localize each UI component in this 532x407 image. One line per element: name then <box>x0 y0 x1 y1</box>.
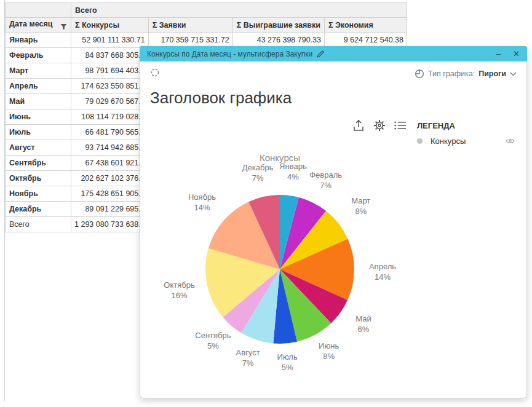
konkursy-value-cell: 108 114 719 028.9 <box>71 109 149 125</box>
konkursy-value-cell: 52 901 111 330.71 <box>71 33 149 48</box>
konkursy-value-cell: 89 091 229 695.9 <box>71 202 149 217</box>
pie-label-name: Май <box>355 314 371 323</box>
pie-label-name: Июнь <box>319 341 339 350</box>
minimize-icon[interactable]: – <box>496 46 501 61</box>
export-icon <box>353 119 364 132</box>
konkursy-value-cell: 79 029 670 567.2 <box>71 94 149 109</box>
legend-dot-icon <box>417 138 423 144</box>
chart-heading: Заголовок графика <box>150 89 292 108</box>
konkursy-value-cell: 202 627 102 376.3 <box>71 171 149 186</box>
month-cell: Всего <box>6 217 71 232</box>
pie-label-name: Январь <box>279 162 307 171</box>
table-top-header-row: Всего <box>6 3 407 18</box>
chart-type-selector[interactable]: Тип графика: Пироги <box>415 69 517 79</box>
corner-cell <box>6 3 71 18</box>
gear-icon <box>373 119 386 132</box>
pie-label-percent: 6% <box>358 325 370 334</box>
month-cell[interactable]: Июнь <box>6 109 71 125</box>
chart-toolbar <box>352 119 407 132</box>
dialog-body: Тип графика: Пироги Заголовок графика <box>140 61 527 398</box>
pie-label-percent: 16% <box>172 291 188 300</box>
chart-type-label: Тип графика: <box>428 69 475 78</box>
pie-label-percent: 7% <box>242 358 254 368</box>
pie-label-percent: 8% <box>323 352 335 361</box>
pie-label-percent: 5% <box>207 341 219 350</box>
chart-dialog: Конкурсы по Дата месяц - мультисфера Зак… <box>140 46 527 398</box>
dialog-titlebar[interactable]: Конкурсы по Дата месяц - мультисфера Зак… <box>140 46 527 61</box>
ekonomiya-value-cell: 9 624 712 540.38 <box>325 33 407 48</box>
app-window: Всего Дата месяц Σ Конкурсы Σ Заявки Σ В… <box>0 0 532 407</box>
chevron-down-icon <box>510 72 517 76</box>
month-cell[interactable]: Ноябрь <box>6 186 71 202</box>
pie-label-name: Октябрь <box>164 280 195 290</box>
pie-label-name: Сентябрь <box>195 331 231 340</box>
vsego-header-cell: Всего <box>71 3 407 18</box>
pie-chart-svg[interactable]: КонкурсыЯнварь4%Февраль7%Март8%Апрель14%… <box>145 148 422 393</box>
column-header-vyigravshie[interactable]: Σ Выигравшие заявки <box>232 18 324 33</box>
month-cell[interactable]: Октябрь <box>6 171 71 186</box>
edit-icon[interactable] <box>316 50 325 58</box>
dialog-title: Конкурсы по Дата месяц - мультисфера Зак… <box>147 50 312 58</box>
pie-label-name: Август <box>236 348 260 357</box>
settings-button[interactable] <box>373 119 386 132</box>
month-cell[interactable]: Январь <box>6 33 71 48</box>
pie-label-percent: 14% <box>375 272 391 282</box>
spinner-icon <box>150 68 160 77</box>
grid-gutter <box>0 0 5 401</box>
pie-label-name: Февраль <box>309 170 342 180</box>
konkursy-value-cell: 174 623 550 851.7 <box>71 79 149 94</box>
pie-label-name: Декабрь <box>242 163 274 172</box>
legend-item-label: Конкурсы <box>431 136 466 146</box>
pie-label-percent: 8% <box>355 207 367 216</box>
month-cell[interactable]: Март <box>6 63 71 79</box>
konkursy-value-cell: 67 438 601 921.1 <box>71 156 149 171</box>
pie-label-percent: 7% <box>252 173 264 183</box>
filter-icon[interactable] <box>60 23 67 30</box>
konkursy-value-cell: 93 714 942 685.7 <box>71 140 149 156</box>
eye-icon[interactable] <box>506 138 515 144</box>
close-icon[interactable]: ✕ <box>513 46 520 61</box>
pie-label-name: Ноябрь <box>188 192 216 202</box>
column-header-konkursy[interactable]: Σ Конкурсы <box>71 18 149 33</box>
konkursy-value-cell: 98 791 694 403.8 <box>71 63 149 79</box>
column-header-zayavki[interactable]: Σ Заявки <box>148 18 232 33</box>
pie-label-percent: 5% <box>282 363 293 372</box>
pie-label-percent: 4% <box>287 172 299 181</box>
legend-title: ЛЕГЕНДА <box>417 121 455 130</box>
pie-label-name: Июль <box>277 352 298 362</box>
chart-type-value: Пироги <box>478 69 506 78</box>
month-cell[interactable]: Июль <box>6 125 71 140</box>
konkursy-value-cell: 1 293 080 733 638.0 <box>71 217 149 232</box>
pie-label-percent: 7% <box>320 181 332 190</box>
konkursy-value-cell: 175 428 651 905.3 <box>71 186 149 202</box>
legend-item[interactable]: Конкурсы <box>417 136 466 146</box>
konkursy-value-cell: 66 481 790 565.4 <box>71 125 149 140</box>
export-button[interactable] <box>352 119 365 132</box>
pie-label-name: Апрель <box>369 262 396 271</box>
month-cell[interactable]: Сентябрь <box>6 156 71 171</box>
table-header-row: Дата месяц Σ Конкурсы Σ Заявки Σ Выиграв… <box>6 18 407 33</box>
pie-label-percent: 14% <box>194 203 210 212</box>
table-row: Январь52 901 111 330.71170 359 715 331.7… <box>6 33 407 48</box>
column-header-month[interactable]: Дата месяц <box>6 18 71 33</box>
month-cell[interactable]: Август <box>6 140 71 156</box>
pie-type-icon <box>415 69 424 79</box>
month-cell[interactable]: Май <box>6 94 71 109</box>
konkursy-value-cell: 84 837 668 305.5 <box>71 48 149 63</box>
month-cell[interactable]: Апрель <box>6 79 71 94</box>
zayavki-value-cell: 170 359 715 331.72 <box>148 33 232 48</box>
pie-label-name: Март <box>351 196 370 205</box>
list-icon <box>394 121 407 130</box>
vyigravshie-value-cell: 43 276 398 790.33 <box>232 33 324 48</box>
column-header-ekonomiya[interactable]: Σ Экономия <box>325 18 407 33</box>
month-cell[interactable]: Февраль <box>6 48 71 63</box>
month-cell[interactable]: Декабрь <box>6 202 71 217</box>
column-header-month-label: Дата месяц <box>9 20 52 28</box>
list-button[interactable] <box>394 119 407 132</box>
